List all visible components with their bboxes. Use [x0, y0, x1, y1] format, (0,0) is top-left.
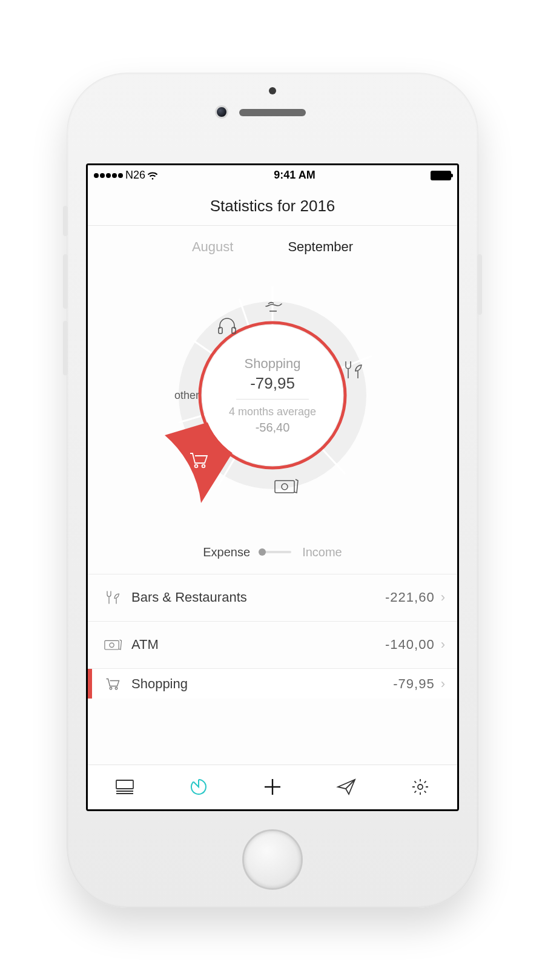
volume-down	[63, 321, 68, 375]
svg-point-15	[195, 464, 198, 467]
tab-current-month[interactable]: September	[288, 239, 353, 255]
list-item-amount: -79,95	[393, 676, 440, 692]
toggle-income[interactable]: Income	[302, 545, 342, 559]
selected-category: Shopping	[245, 356, 301, 372]
status-bar: N26 9:41 AM	[88, 165, 457, 186]
tab-prev-month[interactable]: August	[192, 239, 234, 255]
svg-rect-11	[219, 327, 222, 334]
carrier-label: N26	[125, 169, 145, 182]
mute-switch	[63, 206, 68, 236]
list-item[interactable]: Shopping -79,95 ›	[88, 668, 457, 699]
svg-point-16	[202, 464, 205, 467]
expense-income-toggle[interactable]: Expense Income	[88, 539, 457, 574]
selected-amount: -79,95	[250, 374, 295, 393]
tab-bar	[88, 765, 457, 809]
power-button	[477, 254, 482, 315]
svg-point-19	[110, 687, 112, 689]
svg-point-20	[115, 687, 117, 689]
atm-cash-icon	[101, 638, 124, 651]
tab-accounts[interactable]	[113, 775, 137, 799]
avg-label: 4 months average	[229, 406, 316, 418]
headphones-icon[interactable]	[217, 315, 237, 338]
bars-restaurants-icon	[101, 589, 124, 606]
volume-up	[63, 254, 68, 309]
phone-frame: N26 9:41 AM Statistics for 2016 August S…	[67, 73, 478, 908]
hand-icon[interactable]	[263, 295, 285, 317]
donut-chart: other Sh	[88, 262, 457, 539]
svg-rect-13	[275, 481, 294, 493]
tab-add[interactable]	[260, 775, 285, 799]
chevron-right-icon: ›	[441, 590, 445, 605]
toggle-track[interactable]	[261, 551, 291, 553]
list-item[interactable]: ATM -140,00 ›	[88, 621, 457, 668]
page-title: Statistics for 2016	[88, 186, 457, 226]
bars-restaurants-icon[interactable]	[341, 359, 365, 383]
svg-point-27	[418, 784, 423, 789]
tab-settings[interactable]	[408, 775, 432, 799]
list-item-amount: -140,00	[385, 637, 441, 653]
month-tabs: August September	[88, 226, 457, 262]
svg-point-18	[110, 643, 114, 647]
front-camera	[215, 105, 228, 119]
tab-statistics[interactable]	[187, 775, 211, 799]
category-list: Bars & Restaurants -221,60 › ATM -140,00…	[88, 574, 457, 765]
segment-other-label[interactable]: other	[174, 389, 199, 402]
battery-icon	[431, 171, 451, 180]
chart-center: Shopping -79,95 4 months average -56,40	[202, 325, 343, 465]
list-item-label: Bars & Restaurants	[124, 590, 385, 605]
screen: N26 9:41 AM Statistics for 2016 August S…	[86, 163, 459, 811]
chevron-right-icon: ›	[441, 637, 445, 653]
signal-dots-icon	[94, 173, 123, 178]
list-item-label: ATM	[124, 637, 385, 653]
list-item-amount: -221,60	[385, 590, 441, 605]
svg-rect-21	[116, 780, 133, 789]
list-item[interactable]: Bars & Restaurants -221,60 ›	[88, 574, 457, 621]
list-item-label: Shopping	[124, 676, 393, 692]
wifi-icon	[147, 169, 159, 182]
shopping-cart-icon	[101, 676, 124, 691]
tab-send[interactable]	[334, 775, 358, 799]
svg-point-14	[282, 484, 288, 490]
atm-cash-icon[interactable]	[272, 477, 299, 498]
toggle-expense[interactable]: Expense	[203, 545, 250, 559]
shopping-cart-icon[interactable]	[188, 450, 210, 472]
svg-rect-12	[232, 327, 236, 334]
clock: 9:41 AM	[159, 169, 431, 182]
svg-rect-17	[105, 640, 119, 649]
chevron-right-icon: ›	[441, 676, 445, 692]
home-button[interactable]	[242, 829, 303, 890]
avg-amount: -56,40	[256, 421, 290, 435]
